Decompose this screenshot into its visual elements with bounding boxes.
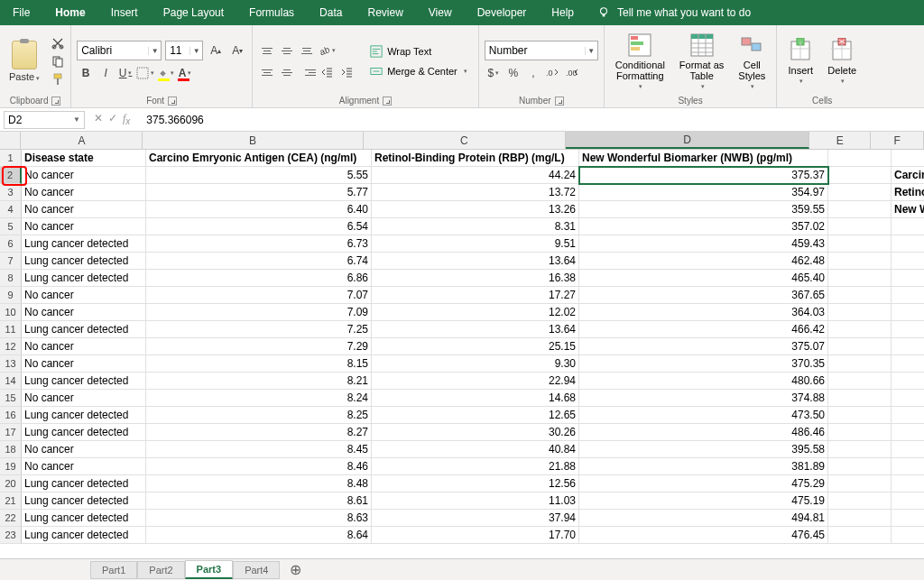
cell-E1[interactable] [828,150,892,167]
cell-A23[interactable]: Lung cancer detected [22,527,146,544]
cell-F4[interactable]: New Wo [892,201,924,218]
cell-F9[interactable] [892,287,924,304]
orientation-button[interactable]: ab [318,41,336,60]
sheet-tab-part4[interactable]: Part4 [233,561,280,579]
fill-color-button[interactable] [156,64,174,82]
cell-D6[interactable]: 459.43 [579,235,828,253]
cell-C18[interactable]: 40.84 [372,441,579,458]
row-header-14[interactable]: 14 [0,373,22,390]
conditional-formatting-button[interactable]: Conditional Formatting [610,31,670,92]
cell-E4[interactable] [828,201,892,218]
cell-E15[interactable] [828,390,892,407]
cell-C6[interactable]: 9.51 [372,235,579,253]
tab-home[interactable]: Home [42,0,97,25]
tell-me-search[interactable]: Tell me what you want to do [587,0,924,25]
cell-B4[interactable]: 6.40 [146,201,372,218]
cell-D3[interactable]: 354.97 [579,184,828,201]
row-header-11[interactable]: 11 [0,321,22,338]
row-header-22[interactable]: 22 [0,510,22,527]
cell-D7[interactable]: 462.48 [579,253,828,270]
cell-F14[interactable] [892,373,924,390]
row-header-20[interactable]: 20 [0,475,22,493]
font-name-combo[interactable]: ▼ [77,41,162,60]
cell-C7[interactable]: 13.64 [372,253,579,270]
cell-B20[interactable]: 8.48 [146,475,372,493]
cell-F7[interactable] [892,253,924,270]
align-left-button[interactable] [258,63,276,81]
new-sheet-button[interactable]: ⊕ [285,560,305,580]
cell-C12[interactable]: 25.15 [372,338,579,355]
cell-D11[interactable]: 466.42 [579,321,828,338]
font-name-input[interactable] [78,44,148,57]
align-middle-button[interactable] [278,41,296,60]
cell-A8[interactable]: Lung cancer detected [22,270,146,287]
cell-A9[interactable]: No cancer [22,287,146,304]
cell-D21[interactable]: 475.19 [579,493,828,510]
chevron-down-icon[interactable]: ▼ [148,47,161,55]
align-center-button[interactable] [278,63,296,81]
row-header-18[interactable]: 18 [0,441,22,458]
row-header-7[interactable]: 7 [0,253,22,270]
tab-page-layout[interactable]: Page Layout [151,0,236,25]
tab-view[interactable]: View [416,0,465,25]
cell-A6[interactable]: Lung cancer detected [22,235,146,253]
cell-B2[interactable]: 5.55 [146,167,372,184]
cell-E17[interactable] [828,424,892,441]
cell-E12[interactable] [828,338,892,355]
sheet-tab-part1[interactable]: Part1 [90,561,137,579]
increase-font-button[interactable]: A▴ [207,41,225,60]
cell-B17[interactable]: 8.27 [146,424,372,441]
delete-cells-button[interactable]: Delete [822,36,862,87]
cell-C13[interactable]: 9.30 [372,355,579,373]
cell-E9[interactable] [828,287,892,304]
cell-A17[interactable]: Lung cancer detected [22,424,146,441]
cell-F15[interactable] [892,390,924,407]
cell-C19[interactable]: 21.88 [372,458,579,475]
bold-button[interactable]: B [77,64,95,82]
cell-A5[interactable]: No cancer [22,218,146,235]
cell-C9[interactable]: 17.27 [372,287,579,304]
align-right-button[interactable] [298,63,316,81]
cell-C23[interactable]: 17.70 [372,527,579,544]
row-header-13[interactable]: 13 [0,355,22,373]
cell-E5[interactable] [828,218,892,235]
align-bottom-button[interactable] [298,41,316,60]
accounting-format-button[interactable]: $ [485,64,503,82]
chevron-down-icon[interactable]: ▼ [585,47,597,55]
cell-E14[interactable] [828,373,892,390]
insert-function-button[interactable]: fx [123,112,130,126]
chevron-down-icon[interactable]: ▼ [73,115,80,124]
cell-E16[interactable] [828,407,892,424]
cell-B15[interactable]: 8.24 [146,390,372,407]
cell-C3[interactable]: 13.72 [372,184,579,201]
cell-B16[interactable]: 8.25 [146,407,372,424]
cell-B1[interactable]: Carcino Emryonic Antigen (CEA) (ng/ml) [146,150,372,167]
cell-E22[interactable] [828,510,892,527]
cell-D13[interactable]: 370.35 [579,355,828,373]
sheet-tab-part3[interactable]: Part3 [185,560,234,579]
cell-D16[interactable]: 473.50 [579,407,828,424]
cell-E21[interactable] [828,493,892,510]
cell-F17[interactable] [892,424,924,441]
cell-C14[interactable]: 22.94 [372,373,579,390]
row-header-15[interactable]: 15 [0,390,22,407]
chevron-down-icon[interactable]: ▼ [189,47,202,55]
cell-E18[interactable] [828,441,892,458]
cell-C4[interactable]: 13.26 [372,201,579,218]
cell-D19[interactable]: 381.89 [579,458,828,475]
paste-button[interactable]: Paste [5,39,43,84]
tab-review[interactable]: Review [355,0,415,25]
cell-B22[interactable]: 8.63 [146,510,372,527]
format-as-table-button[interactable]: Format as Table [674,31,730,92]
percent-format-button[interactable]: % [504,64,522,82]
cell-A4[interactable]: No cancer [22,201,146,218]
insert-cells-button[interactable]: Insert [782,36,818,87]
wrap-text-button[interactable]: Wrap Text [365,43,473,60]
cell-C16[interactable]: 12.65 [372,407,579,424]
row-header-4[interactable]: 4 [0,201,22,218]
cell-B13[interactable]: 8.15 [146,355,372,373]
cell-A13[interactable]: No cancer [22,355,146,373]
cell-F11[interactable] [892,321,924,338]
italic-button[interactable]: I [97,64,115,82]
column-header-b[interactable]: B [143,132,363,149]
